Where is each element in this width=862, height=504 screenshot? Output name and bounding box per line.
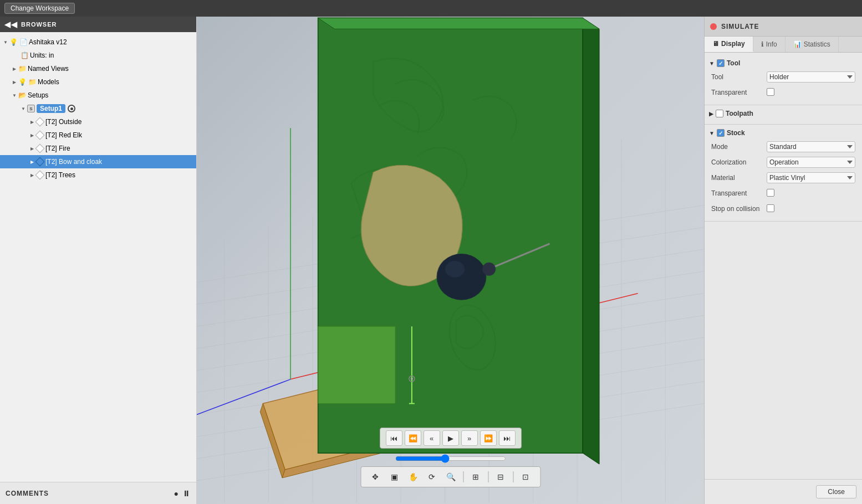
tree-arrow-t2-bow-cloak bbox=[29, 158, 35, 165]
bulb-icon: 💡 bbox=[9, 38, 18, 47]
tree-item-t2-outside[interactable]: [T2] Outside bbox=[0, 115, 196, 128]
svg-marker-35 bbox=[318, 326, 395, 403]
svg-point-39 bbox=[411, 378, 413, 380]
operation-icon-outside bbox=[35, 117, 44, 126]
tree-item-models[interactable]: 💡 📁 Models bbox=[0, 75, 196, 89]
tree-item-t2-trees[interactable]: [T2] Trees bbox=[0, 168, 196, 182]
material-label: Material bbox=[711, 174, 767, 182]
toolpath-section-header[interactable]: ▶ Toolpath bbox=[705, 107, 862, 120]
stock-section-header[interactable]: ▼ Stock bbox=[705, 127, 862, 139]
mode-select[interactable]: Standard Difference None bbox=[767, 141, 855, 152]
stock-section-checkbox[interactable] bbox=[717, 129, 725, 137]
view-cube-button[interactable]: ⊞ bbox=[468, 469, 483, 485]
pan-tool-button[interactable]: ✋ bbox=[405, 469, 421, 485]
top-bar: Change Workspace bbox=[0, 0, 862, 17]
tree-item-root[interactable]: 💡 📄 Ashitaka v12 bbox=[0, 35, 196, 49]
tool-select[interactable]: Holder Tool Both None bbox=[767, 71, 855, 83]
tool-section-checkbox[interactable] bbox=[717, 59, 725, 67]
stats-tab-icon: 📊 bbox=[793, 40, 802, 48]
tool-prop-row: Tool Holder Tool Both None bbox=[705, 69, 862, 85]
tree-label-t2-bow-cloak: [T2] Bow and cloak bbox=[45, 158, 102, 166]
fit-view-button[interactable]: ▣ bbox=[386, 469, 402, 485]
folder-icon-named-views: 📁 bbox=[18, 64, 27, 73]
close-button[interactable]: Close bbox=[816, 485, 856, 498]
panel-close-dot[interactable] bbox=[710, 23, 717, 30]
page-icon: 📋 bbox=[20, 51, 29, 60]
tree-arrow-t2-red-elk bbox=[29, 132, 35, 138]
tree-arrow-t2-outside bbox=[29, 119, 35, 125]
playback-prev-fast-button[interactable]: ⏪ bbox=[405, 430, 421, 446]
panel-header: SIMULATE bbox=[705, 17, 862, 37]
tool-section: ▼ Tool Tool Holder Tool Both None bbox=[705, 57, 862, 105]
tree-label-units: Units: in bbox=[30, 52, 54, 59]
tree-arrow-setup1 bbox=[20, 105, 27, 112]
info-tab-icon: ℹ bbox=[761, 40, 764, 48]
bottom-toolbar: ✥ ▣ ✋ ⟳ 🔍 ⊞ ⊟ ⊡ bbox=[360, 466, 540, 487]
playback-slider[interactable] bbox=[395, 454, 506, 463]
colorization-prop-row: Colorization Operation Tool None bbox=[705, 155, 862, 170]
tree-area: 💡 📄 Ashitaka v12 📋 Units: in 📁 Named Vie… bbox=[0, 32, 196, 482]
toolpath-section-label: Toolpath bbox=[726, 110, 753, 117]
tree-label-t2-fire: [T2] Fire bbox=[45, 145, 70, 152]
move-tool-button[interactable]: ✥ bbox=[368, 469, 383, 485]
setup-icon: S bbox=[27, 104, 35, 113]
tree-item-t2-fire[interactable]: [T2] Fire bbox=[0, 142, 196, 155]
svg-point-32 bbox=[445, 261, 465, 277]
tab-display[interactable]: 🖥 Display bbox=[705, 37, 753, 52]
playback-next-fast-button[interactable]: ⏩ bbox=[480, 430, 497, 446]
stop-collision-row: Stop on collision bbox=[705, 201, 862, 217]
toolpath-section-checkbox[interactable] bbox=[716, 110, 723, 117]
svg-point-34 bbox=[482, 263, 496, 276]
change-workspace-button[interactable]: Change Workspace bbox=[4, 3, 75, 14]
mode-prop-row: Mode Standard Difference None bbox=[705, 139, 862, 155]
left-sidebar: ◀◀ BROWSER 💡 📄 Ashitaka v12 📋 Units: in … bbox=[0, 17, 197, 504]
comments-split-icon[interactable]: ⏸ bbox=[182, 489, 191, 498]
toolbar-separator-1 bbox=[463, 471, 463, 482]
playback-controls: ⏮ ⏪ « ▶ » ⏩ ⏭ bbox=[380, 428, 522, 449]
tree-item-setup1[interactable]: S Setup1 bbox=[0, 102, 196, 115]
toolbar-separator-2 bbox=[488, 471, 488, 482]
tab-statistics[interactable]: 📊 Statistics bbox=[786, 37, 839, 52]
comments-add-icon[interactable]: ● bbox=[174, 489, 179, 498]
tool-transparent-checkbox[interactable] bbox=[767, 88, 774, 96]
sidebar-header: ◀◀ BROWSER bbox=[0, 17, 196, 32]
setup1-badge: Setup1 bbox=[37, 104, 65, 113]
tab-info[interactable]: ℹ Info bbox=[753, 37, 786, 52]
setup-folder-icon: 📂 bbox=[18, 91, 27, 100]
svg-marker-28 bbox=[583, 18, 599, 464]
toolbar-separator-3 bbox=[513, 471, 513, 482]
playback-next-button[interactable]: » bbox=[461, 430, 478, 446]
viewport[interactable]: ⏮ ⏪ « ▶ » ⏩ ⏭ ✥ ▣ ✋ ⟳ 🔍 ⊞ ⊟ ⊡ bbox=[197, 17, 704, 504]
tree-item-t2-bow-cloak[interactable]: [T2] Bow and cloak bbox=[0, 155, 196, 168]
material-value: Plastic Vinyl Aluminium Steel Wood bbox=[767, 172, 855, 183]
operation-icon-trees bbox=[35, 171, 44, 179]
tool-transparent-value bbox=[767, 88, 855, 97]
material-select[interactable]: Plastic Vinyl Aluminium Steel Wood bbox=[767, 172, 855, 183]
playback-end-button[interactable]: ⏭ bbox=[499, 430, 516, 446]
tool-section-arrow: ▼ bbox=[709, 60, 715, 66]
orbit-tool-button[interactable]: ⟳ bbox=[424, 469, 440, 485]
tool-label: Tool bbox=[711, 73, 767, 81]
colorization-select[interactable]: Operation Tool None bbox=[767, 157, 855, 168]
stock-section-arrow: ▼ bbox=[709, 130, 715, 136]
tree-item-setups[interactable]: 📂 Setups bbox=[0, 89, 196, 102]
stock-transparent-checkbox[interactable] bbox=[767, 189, 774, 197]
zoom-tool-button[interactable]: 🔍 bbox=[443, 469, 458, 485]
display-tab-icon: 🖥 bbox=[712, 40, 719, 48]
tree-item-t2-red-elk[interactable]: [T2] Red Elk bbox=[0, 128, 196, 142]
playback-play-button[interactable]: ▶ bbox=[442, 430, 459, 446]
svg-point-31 bbox=[437, 254, 487, 300]
tree-label-root: Ashitaka v12 bbox=[29, 38, 67, 46]
main-layout: ◀◀ BROWSER 💡 📄 Ashitaka v12 📋 Units: in … bbox=[0, 17, 862, 504]
grid-button[interactable]: ⊟ bbox=[493, 469, 508, 485]
display-settings-button[interactable]: ⊡ bbox=[518, 469, 533, 485]
tool-section-header[interactable]: ▼ Tool bbox=[705, 57, 862, 69]
tree-label-named-views: Named Views bbox=[28, 65, 69, 73]
tree-item-units: 📋 Units: in bbox=[0, 49, 196, 62]
tree-arrow-setups bbox=[11, 92, 18, 99]
stop-collision-checkbox[interactable] bbox=[767, 204, 774, 212]
playback-prev-button[interactable]: « bbox=[424, 430, 440, 446]
tree-item-named-views[interactable]: 📁 Named Views bbox=[0, 62, 196, 75]
playback-start-button[interactable]: ⏮ bbox=[386, 430, 402, 446]
browser-label: BROWSER bbox=[21, 21, 57, 28]
